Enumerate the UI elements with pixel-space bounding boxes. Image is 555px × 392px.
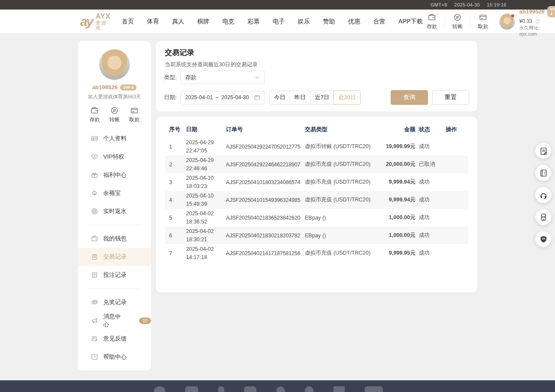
sponsor-logo-icon — [333, 386, 345, 392]
nav-item-彩票[interactable]: 彩票 — [248, 18, 260, 26]
cell-order-number: AJSF202504101803234086574 — [224, 173, 303, 191]
cell-status: 成功 — [417, 227, 444, 244]
cell-order-number: AJSF202504292247052012775 — [224, 138, 303, 156]
cell-date-day: 2025-04-29 — [186, 139, 222, 146]
column-header-状态: 状态 — [417, 121, 444, 138]
table-row: 32025-04-1018:03:23AJSF20250410180323408… — [165, 173, 468, 191]
cell-index: 6 — [165, 227, 184, 244]
column-header-金额: 金额 — [376, 121, 417, 138]
refresh-balance-icon[interactable] — [535, 19, 540, 24]
sidebar-item-余额宝[interactable]: 余额宝 — [78, 184, 151, 202]
search-button[interactable]: 查询 — [391, 90, 428, 105]
cell-amount: 20,000.00元 — [376, 156, 417, 173]
floating-toolbar: ?APPOK — [535, 143, 552, 247]
book-question-icon: ? — [539, 169, 548, 177]
sidebar-item-我的钱包[interactable]: 我的钱包 — [78, 230, 151, 248]
sidebar-vip-badge: VIP 4 — [120, 84, 137, 91]
float-button-app-download[interactable]: APP — [535, 209, 552, 225]
deposit-wallet-icon — [91, 106, 98, 115]
header-avatar[interactable] — [499, 13, 515, 30]
sponsor-logo-icon — [305, 386, 313, 392]
nav-item-赞助[interactable]: 赞助 — [323, 18, 335, 26]
quick-range-group: 今日昨日近7日近30日 — [269, 91, 361, 105]
float-button-survey-feedback[interactable] — [535, 143, 552, 159]
rebate-icon — [91, 208, 98, 215]
float-button-security-ok[interactable]: OK — [535, 231, 552, 247]
header-action-存款[interactable]: 存款 — [423, 13, 441, 30]
header-action-取款[interactable]: 取款 — [474, 13, 492, 30]
brand-logo[interactable]: ay AYX 爱游戏 — [80, 13, 111, 30]
footer — [0, 380, 555, 392]
sidebar-item-交易记录[interactable]: 交易记录 — [78, 248, 151, 266]
cell-transaction-type: EBpay () — [303, 227, 376, 244]
range-button-近30日[interactable]: 近30日 — [333, 91, 360, 105]
sidebar-item-实时返水[interactable]: 实时返水 — [78, 202, 151, 220]
range-button-昨日[interactable]: 昨日 — [290, 91, 310, 105]
cell-date-day: 2025-04-29 — [186, 156, 222, 164]
nav-item-电竞[interactable]: 电竞 — [222, 18, 235, 26]
logo-subname: 爱游戏 — [95, 21, 110, 30]
nav-item-体育[interactable]: 体育 — [147, 18, 159, 26]
sidebar-item-消息中心[interactable]: 消息中心10 — [78, 311, 151, 330]
float-button-customer-service[interactable] — [535, 187, 552, 203]
cell-amount: 9,999.95元 — [376, 244, 417, 262]
sidebar-item-投注记录[interactable]: 投注记录 — [78, 266, 151, 284]
sidebar-action-存款[interactable]: 存款 — [86, 106, 103, 123]
cell-status: 成功 — [417, 244, 444, 262]
sidebar-action-取款[interactable]: 取款 — [126, 106, 143, 123]
transaction-table-card: 序号日期订单号交易类型金额状态操作 12025-04-2922:47:05AJS… — [156, 117, 477, 292]
nav-item-合营[interactable]: 合营 — [373, 18, 385, 26]
sidebar-item-label: 意见反馈 — [103, 335, 127, 343]
table-row: 42025-04-1015:49:39AJSF20250410154939632… — [165, 191, 468, 209]
range-button-今日[interactable]: 今日 — [269, 91, 290, 105]
header-action-转账[interactable]: 转账 — [448, 13, 467, 30]
float-button-faq[interactable]: ? — [535, 165, 552, 181]
nav-item-娱乐[interactable]: 娱乐 — [298, 18, 310, 26]
page-subtitle: 当前系统支持查询最近30日的交易记录 — [165, 61, 468, 68]
page-title: 交易记录 — [165, 48, 468, 58]
sponsor-logo-icon — [218, 386, 224, 392]
svg-text:?: ? — [94, 355, 96, 359]
sidebar-item-意见反馈[interactable]: 意见反馈 — [78, 330, 151, 348]
sidebar-action-label: 存款 — [89, 116, 100, 123]
sidebar-action-转账[interactable]: 转账 — [106, 106, 123, 123]
sidebar-item-帮助中心[interactable]: ?帮助中心 — [78, 348, 151, 366]
type-select[interactable]: 存款 — [180, 71, 265, 84]
nav-item-棋牌[interactable]: 棋牌 — [197, 18, 209, 26]
cell-date-day: 2025-04-10 — [186, 192, 222, 200]
sidebar-wallet-actions: 存款转账取款 — [78, 100, 151, 126]
sidebar-item-兑奖记录[interactable]: 兑奖记录 — [78, 293, 151, 311]
sidebar-item-福利中心[interactable]: 福利中心 — [78, 166, 151, 184]
date-range-input[interactable]: 2025-04-01 ~ 2025-04-30 — [180, 91, 265, 104]
nav-item-真人[interactable]: 真人 — [172, 18, 184, 26]
reset-button[interactable]: 重置 — [432, 90, 469, 105]
join-days-text: 加入爱游戏体育第563天 — [78, 94, 151, 100]
nav-item-APP下载[interactable]: APP下载 — [398, 18, 423, 26]
transaction-record-icon — [91, 253, 98, 260]
cell-date-time: 18:36:52 — [186, 218, 222, 226]
filter-card: 交易记录 当前系统支持查询最近30日的交易记录 类型: 存款 日期: 2025-… — [156, 41, 477, 111]
range-button-近7日[interactable]: 近7日 — [310, 91, 334, 105]
user-info: ab199526 VIP 4 ¥0.33 永久网址: ayx.com — [519, 6, 555, 36]
cell-order-number: AJSF202504101549396324985 — [224, 191, 303, 209]
sponsor-logo-icon — [154, 386, 165, 392]
cell-amount: 9,999.94元 — [376, 173, 417, 191]
cell-date: 2025-04-2922:46:46 — [184, 156, 224, 173]
sidebar-item-个人资料[interactable]: 个人资料 — [78, 130, 151, 148]
cell-date-day: 2025-04-02 — [186, 210, 222, 217]
nav-item-首页[interactable]: 首页 — [122, 18, 134, 26]
header-action-label: 存款 — [427, 23, 437, 30]
nav-item-电子[interactable]: 电子 — [273, 18, 285, 26]
sidebar-item-label: 帮助中心 — [103, 353, 127, 361]
headset-icon — [539, 191, 548, 199]
sidebar-item-label: 我的钱包 — [103, 235, 127, 243]
date-filter-label: 日期: — [164, 94, 180, 101]
cell-transaction-type: 虚拟币充值 (USDT/TRC20) — [303, 173, 376, 191]
redeem-record-icon — [91, 299, 98, 306]
doc-pencil-icon — [539, 147, 548, 155]
cell-order-number: AJSF202504021417187581256 — [224, 244, 303, 262]
sidebar-item-VIP特权[interactable]: VIP特权 — [78, 148, 151, 166]
cell-amount: 1,000.00元 — [376, 227, 417, 244]
cell-index: 2 — [165, 156, 184, 173]
nav-item-优惠[interactable]: 优惠 — [348, 18, 360, 26]
